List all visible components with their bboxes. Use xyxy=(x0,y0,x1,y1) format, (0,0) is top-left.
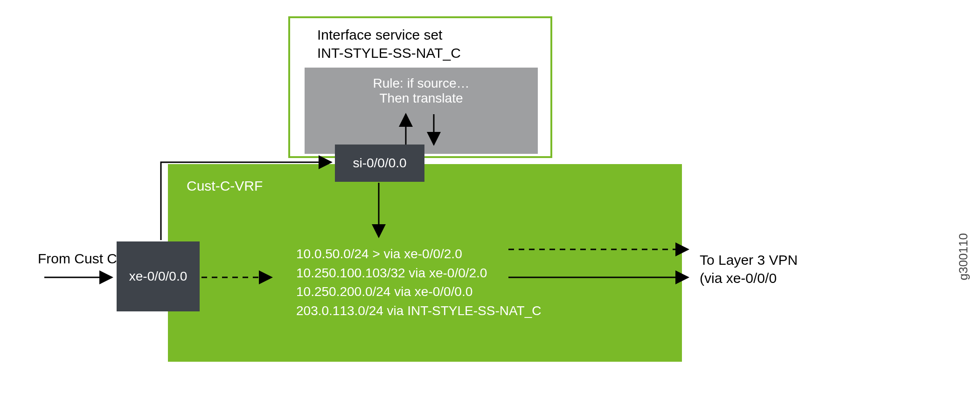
route-entry: 10.250.100.103/32 via xe-0/0/2.0 xyxy=(296,264,542,283)
vrf-label: Cust-C-VRF xyxy=(187,178,263,194)
xe-interface-label: xe-0/0/0.0 xyxy=(129,269,188,284)
egress-label-line2: (via xe-0/0/0 xyxy=(700,269,798,287)
service-set-title: Interface service set INT-STYLE-SS-NAT_C xyxy=(317,26,461,62)
rule-line1: Rule: if source… xyxy=(316,76,527,91)
rule-line2: Then translate xyxy=(316,91,527,106)
egress-label-line1: To Layer 3 VPN xyxy=(700,251,798,269)
figure-code: g300110 xyxy=(956,233,971,280)
service-set-title-line2: INT-STYLE-SS-NAT_C xyxy=(317,44,461,62)
si-interface-box: si-0/0/0.0 xyxy=(335,145,424,182)
route-entry: 10.0.50.0/24 > via xe-0/0/2.0 xyxy=(296,245,542,264)
diagram-canvas: Cust-C-VRF Interface service set INT-STY… xyxy=(0,0,980,420)
rule-box: Rule: if source… Then translate xyxy=(305,68,538,154)
route-entry: 203.0.113.0/24 via INT-STYLE-SS-NAT_C xyxy=(296,302,542,321)
xe-interface-box: xe-0/0/0.0 xyxy=(117,241,200,311)
ingress-label: From Cust C xyxy=(38,251,117,267)
egress-label: To Layer 3 VPN (via xe-0/0/0 xyxy=(700,251,798,287)
route-entry: 10.250.200.0/24 via xe-0/0/0.0 xyxy=(296,282,542,302)
service-set-title-line1: Interface service set xyxy=(317,26,461,44)
si-interface-label: si-0/0/0.0 xyxy=(353,156,406,171)
route-table: 10.0.50.0/24 > via xe-0/0/2.0 10.250.100… xyxy=(296,245,542,320)
